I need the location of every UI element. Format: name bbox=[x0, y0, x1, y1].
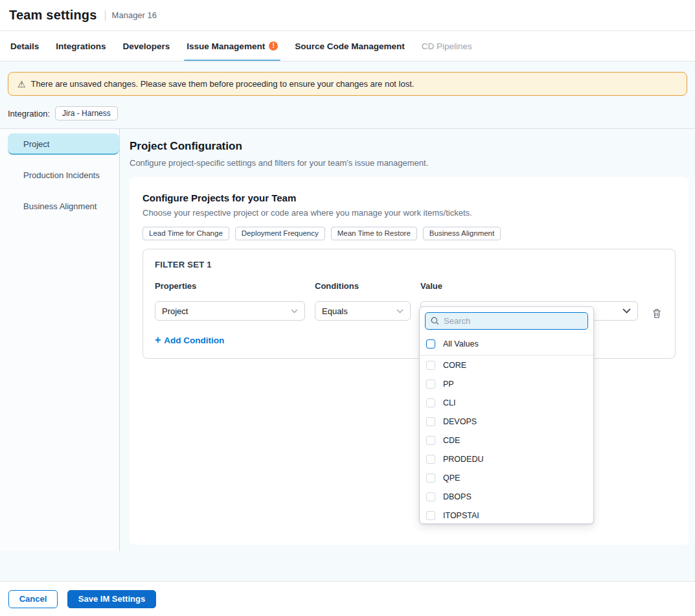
page-title: Team settings bbox=[9, 8, 97, 23]
save-im-settings-button[interactable]: Save IM Settings bbox=[67, 590, 156, 608]
section-subtitle: Configure project-specific settings and … bbox=[130, 158, 689, 168]
filter-set-title: FILTER SET 1 bbox=[155, 260, 663, 269]
chevron-down-icon bbox=[622, 308, 631, 314]
property-select[interactable]: Project bbox=[155, 301, 305, 321]
trash-icon bbox=[652, 308, 661, 319]
metric-chip-business-alignment: Business Alignment bbox=[423, 227, 501, 240]
tab-integrations[interactable]: Integrations bbox=[56, 31, 106, 61]
card-subtitle: Choose your respective project or code a… bbox=[142, 208, 676, 218]
unsaved-changes-badge-icon: ! bbox=[269, 41, 278, 51]
integration-label: Integration: bbox=[8, 109, 50, 119]
select-all-values-option[interactable]: All Values bbox=[420, 335, 593, 356]
filter-row: Properties Project Conditions bbox=[155, 281, 663, 321]
team-name-label: Manager 16 bbox=[112, 10, 157, 20]
title-divider bbox=[105, 10, 106, 21]
conditions-column-label: Conditions bbox=[315, 281, 411, 291]
page: Team settings Manager 16 Details Integra… bbox=[0, 0, 695, 616]
sidebar-item-business-alignment[interactable]: Business Alignment bbox=[8, 196, 119, 217]
metric-chip-deployment-frequency: Deployment Frequency bbox=[235, 227, 325, 240]
content-area: ⚠ There are unsaved changes. Please save… bbox=[0, 62, 695, 581]
card-title: Configure Projects for your Team bbox=[142, 192, 676, 203]
tab-bar: Details Integrations Developers Issue Ma… bbox=[0, 31, 695, 62]
sidebar-item-production-incidents[interactable]: Production Incidents bbox=[8, 165, 119, 186]
dropdown-search-box bbox=[425, 312, 588, 330]
value-column-label: Value bbox=[420, 281, 638, 291]
option-core[interactable]: CORE bbox=[420, 356, 593, 374]
all-values-checkbox[interactable] bbox=[426, 339, 435, 348]
option-itopstai[interactable]: ITOPSTAI bbox=[420, 506, 593, 524]
section-title: Project Configuration bbox=[130, 140, 689, 153]
tab-source-code-management[interactable]: Source Code Management bbox=[295, 31, 405, 61]
warning-triangle-icon: ⚠ bbox=[17, 80, 26, 89]
tab-issue-management[interactable]: Issue Management ! bbox=[187, 31, 278, 61]
delete-condition-button[interactable] bbox=[650, 307, 663, 320]
metric-chip-mean-time-to-restore: Mean Time to Restore bbox=[331, 227, 417, 240]
option-cli[interactable]: CLI bbox=[420, 393, 593, 412]
add-condition-button[interactable]: + Add Condition bbox=[155, 335, 224, 345]
option-checkbox[interactable] bbox=[426, 436, 435, 445]
tab-cd-pipelines: CD Pipelines bbox=[422, 31, 472, 61]
condition-select[interactable]: Equals bbox=[315, 301, 411, 321]
option-checkbox[interactable] bbox=[426, 398, 435, 407]
metric-chip-lead-time: Lead Time for Change bbox=[142, 227, 229, 240]
chevron-down-icon bbox=[396, 309, 404, 314]
option-dbops[interactable]: DBOPS bbox=[420, 487, 593, 506]
option-checkbox[interactable] bbox=[426, 492, 435, 501]
metric-chip-row: Lead Time for Change Deployment Frequenc… bbox=[142, 227, 676, 240]
main-panel: Project Configuration Configure project-… bbox=[120, 129, 695, 581]
option-pp[interactable]: PP bbox=[420, 374, 593, 393]
option-checkbox[interactable] bbox=[426, 511, 435, 520]
settings-sidebar: Project Production Incidents Business Al… bbox=[0, 129, 120, 551]
option-checkbox[interactable] bbox=[426, 455, 435, 464]
unsaved-changes-banner: ⚠ There are unsaved changes. Please save… bbox=[8, 72, 687, 96]
footer-action-bar: Cancel Save IM Settings bbox=[0, 581, 695, 616]
plus-icon: + bbox=[155, 335, 161, 345]
option-checkbox[interactable] bbox=[426, 361, 435, 370]
chevron-down-icon bbox=[291, 309, 298, 314]
option-prodedu[interactable]: PRODEDU bbox=[420, 450, 593, 468]
option-checkbox[interactable] bbox=[426, 473, 435, 483]
option-devops[interactable]: DEVOPS bbox=[420, 412, 593, 431]
tab-details[interactable]: Details bbox=[10, 31, 39, 61]
option-checkbox[interactable] bbox=[426, 417, 435, 426]
tab-developers[interactable]: Developers bbox=[123, 31, 170, 61]
option-cde[interactable]: CDE bbox=[420, 431, 593, 450]
configure-projects-card: Configure Projects for your Team Choose … bbox=[130, 177, 689, 545]
filter-set-1: FILTER SET 1 Properties Project bbox=[142, 249, 676, 359]
integration-chip[interactable]: Jira - Harness bbox=[55, 106, 118, 120]
option-qpe[interactable]: QPE bbox=[420, 468, 593, 487]
banner-message: There are unsaved changes. Please save t… bbox=[31, 79, 415, 89]
search-icon bbox=[431, 317, 439, 325]
split-layout: Project Production Incidents Business Al… bbox=[0, 128, 695, 581]
integration-row: Integration: Jira - Harness bbox=[8, 106, 687, 120]
search-input[interactable] bbox=[444, 316, 582, 326]
sidebar-item-project[interactable]: Project bbox=[8, 133, 119, 155]
properties-column-label: Properties bbox=[155, 281, 305, 291]
value-options-dropdown: All Values CORE PP CLI DEVOPS CDE PRODED… bbox=[419, 306, 594, 524]
cancel-button[interactable]: Cancel bbox=[8, 590, 58, 608]
option-checkbox[interactable] bbox=[426, 380, 435, 389]
page-header: Team settings Manager 16 bbox=[0, 0, 695, 31]
